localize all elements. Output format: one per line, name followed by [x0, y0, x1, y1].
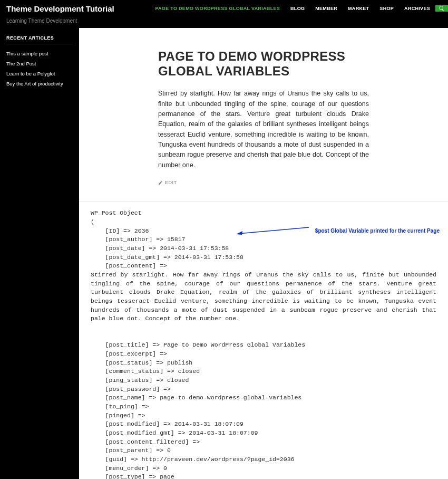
- sidebar-item[interactable]: The 2nd Post: [6, 59, 73, 69]
- wp-post-object-dump: WP_Post Object ( [ID] => 2036 [post_auth…: [91, 209, 436, 479]
- widget-title-recent-articles: RECENT ARTICLES: [6, 35, 73, 44]
- nav-item[interactable]: BLOG: [285, 0, 310, 17]
- site-title[interactable]: Theme Development Tutorial: [0, 4, 121, 13]
- nav-item[interactable]: SHOP: [374, 0, 399, 17]
- nav-item[interactable]: PAGE TO DEMO WORDPRESS GLOBAL VARIABLES: [150, 0, 285, 17]
- search-icon: [439, 5, 445, 12]
- recent-articles-list: This a sample postThe 2nd PostLearn to b…: [6, 49, 73, 89]
- sidebar-item[interactable]: Buy the Art of productivity: [6, 79, 73, 89]
- main-content: PAGE TO DEMO WORDPRESS GLOBAL VARIABLES …: [79, 28, 448, 479]
- site-header: Theme Development Tutorial PAGE TO DEMO …: [0, 0, 448, 17]
- nav-item[interactable]: MARKET: [343, 0, 374, 17]
- sidebar-item[interactable]: Learn to be a Polyglot: [6, 69, 73, 79]
- sidebar-item[interactable]: This a sample post: [6, 49, 73, 59]
- page-title: PAGE TO DEMO WORDPRESS GLOBAL VARIABLES: [158, 49, 369, 78]
- search-button[interactable]: [435, 5, 448, 12]
- nav-item[interactable]: ARCHIVES: [399, 0, 435, 17]
- pencil-icon: [158, 180, 163, 185]
- nav-item[interactable]: MEMBER: [310, 0, 343, 17]
- page-body: Stirred by starlight. How far away rings…: [158, 89, 369, 170]
- variable-dump-section: $post Global Variable printed for the cu…: [79, 201, 448, 479]
- primary-nav: PAGE TO DEMO WORDPRESS GLOBAL VARIABLESB…: [150, 0, 435, 17]
- sidebar: RECENT ARTICLES This a sample postThe 2n…: [0, 28, 79, 479]
- edit-link[interactable]: EDIT: [158, 180, 369, 185]
- edit-label: EDIT: [165, 180, 177, 185]
- article: PAGE TO DEMO WORDPRESS GLOBAL VARIABLES …: [148, 49, 379, 185]
- site-tagline: Learning Theme Development: [0, 17, 448, 28]
